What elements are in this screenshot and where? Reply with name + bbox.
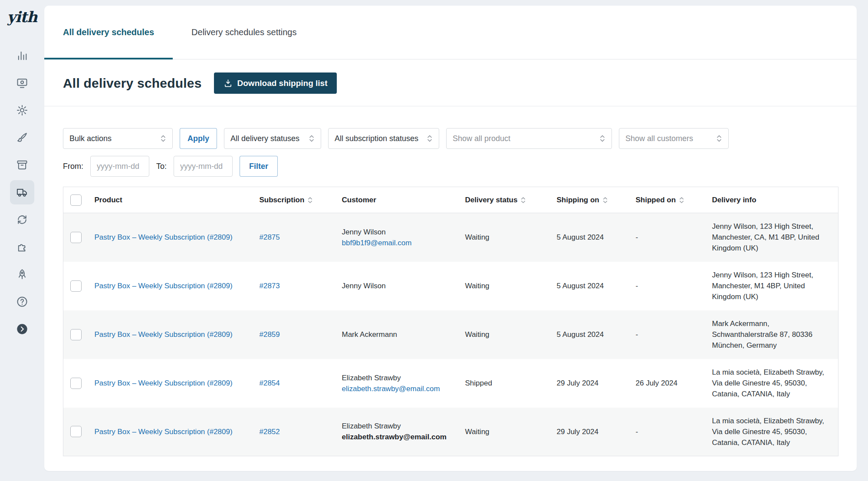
download-button-label: Download shipping list <box>237 79 328 88</box>
sort-delivery-status-button[interactable]: Delivery status <box>465 195 526 205</box>
product-link[interactable]: Pastry Box – Weekly Subscription (#2809) <box>95 330 233 339</box>
bulk-actions-select[interactable]: Bulk actions <box>63 128 173 149</box>
delivery-info: La mia società, Elizabeth Strawby, Via d… <box>705 359 838 408</box>
table-row: Pastry Box – Weekly Subscription (#2809)… <box>63 408 838 456</box>
brush-icon <box>16 132 28 144</box>
select-stepper-icon <box>599 134 605 143</box>
sidebar-item-payments[interactable] <box>10 71 34 95</box>
table-row: Pastry Box – Weekly Subscription (#2809)… <box>63 213 838 262</box>
shipped-on-date: - <box>629 408 705 456</box>
column-header-customer: Customer <box>335 187 458 213</box>
sort-shipping-on-button[interactable]: Shipping on <box>557 195 608 205</box>
customer-name: Elizabeth Strawby <box>342 372 451 383</box>
sidebar-item-performance[interactable] <box>10 262 34 287</box>
delivery-statuses-select[interactable]: All delivery statuses <box>224 128 321 149</box>
sidebar-item-addons[interactable] <box>10 235 34 259</box>
question-icon <box>16 296 28 308</box>
refresh-icon <box>16 214 28 226</box>
delivery-info: La mia società, Elizabeth Strawby, Via d… <box>705 408 838 456</box>
sidebar-item-delivery-schedules[interactable] <box>10 180 34 204</box>
apply-button[interactable]: Apply <box>180 128 217 149</box>
filter-row-primary: Bulk actions Apply All delivery statuses… <box>63 128 838 149</box>
arrow-circle-icon <box>16 323 28 335</box>
sidebar-nav <box>10 43 34 344</box>
customer-name: Mark Ackermann <box>342 329 451 340</box>
tab-bar: All delivery schedules Delivery schedule… <box>44 6 857 59</box>
date-to-input[interactable] <box>174 156 233 177</box>
sort-subscription-button[interactable]: Subscription <box>260 195 313 205</box>
truck-icon <box>16 186 28 198</box>
tab-all-delivery-schedules[interactable]: All delivery schedules <box>44 6 173 59</box>
delivery-status: Shipped <box>458 359 550 408</box>
customer-name: Jenny Wilson <box>342 227 451 237</box>
row-checkbox[interactable] <box>70 329 82 340</box>
monitor-coin-icon <box>16 77 28 89</box>
sort-shipped-on-button[interactable]: Shipped on <box>636 195 685 205</box>
subscription-link[interactable]: #2854 <box>260 379 280 387</box>
delivery-info: Jenny Wilson, 123 High Street, Mancheste… <box>705 262 838 310</box>
sidebar-item-settings[interactable] <box>10 98 34 122</box>
product-link[interactable]: Pastry Box – Weekly Subscription (#2809) <box>95 379 233 387</box>
customer-filter-select[interactable]: Show all customers <box>619 128 729 149</box>
bulk-actions-value: Bulk actions <box>69 134 112 143</box>
customer-email-link[interactable]: bbf9b1f9@email.com <box>342 239 412 247</box>
delivery-status: Waiting <box>458 310 550 359</box>
subscription-link[interactable]: #2852 <box>260 428 280 436</box>
schedules-table: Product Subscription Customer Delivery s… <box>63 187 838 456</box>
delivery-status: Waiting <box>458 262 550 310</box>
sidebar-item-expand[interactable] <box>10 317 34 341</box>
subscription-statuses-select[interactable]: All subscription statuses <box>328 128 439 149</box>
shipping-on-date: 29 July 2024 <box>550 408 629 456</box>
delivery-statuses-value: All delivery statuses <box>230 134 299 143</box>
sidebar-item-analytics[interactable] <box>10 43 34 68</box>
product-link[interactable]: Pastry Box – Weekly Subscription (#2809) <box>95 282 233 290</box>
download-icon <box>224 79 233 88</box>
product-filter-select[interactable]: Show all product <box>446 128 612 149</box>
shipped-on-date: - <box>629 213 705 262</box>
subscription-statuses-value: All subscription statuses <box>335 134 418 143</box>
row-checkbox[interactable] <box>70 232 82 243</box>
sort-icon <box>679 195 684 205</box>
select-stepper-icon <box>716 134 722 143</box>
sort-icon <box>307 195 313 205</box>
table-header-row: Product Subscription Customer Delivery s… <box>63 187 838 213</box>
row-checkbox[interactable] <box>70 280 82 292</box>
date-from-input[interactable] <box>90 156 149 177</box>
sort-icon <box>520 195 526 205</box>
subscription-link[interactable]: #2873 <box>260 282 280 290</box>
customer-email-link[interactable]: elizabeth.strawby@email.com <box>342 432 447 442</box>
delivery-info: Mark Ackermann, Schwanthalerstraße 87, 8… <box>705 310 838 359</box>
row-checkbox[interactable] <box>70 378 82 389</box>
subscription-link[interactable]: #2859 <box>260 330 280 339</box>
main-panel: All delivery schedules Delivery schedule… <box>44 6 857 471</box>
row-checkbox[interactable] <box>70 426 82 437</box>
column-header-subscription: Subscription <box>253 187 335 213</box>
filters-section: Bulk actions Apply All delivery statuses… <box>44 106 857 177</box>
column-header-shipped-on: Shipped on <box>629 187 705 213</box>
filter-button[interactable]: Filter <box>240 156 278 177</box>
select-all-checkbox[interactable] <box>70 194 82 206</box>
product-link[interactable]: Pastry Box – Weekly Subscription (#2809) <box>95 233 233 241</box>
column-header-delivery-status: Delivery status <box>458 187 550 213</box>
subscription-link[interactable]: #2875 <box>260 233 280 241</box>
delivery-status: Waiting <box>458 213 550 262</box>
page-header: All delivery schedules Download shipping… <box>44 59 857 106</box>
filter-row-dates: From: To: Filter <box>63 156 838 177</box>
select-stepper-icon <box>309 134 315 143</box>
shipping-on-date: 5 August 2024 <box>550 262 629 310</box>
customer-email-link[interactable]: elizabeth.strawby@email.com <box>342 385 440 393</box>
shipping-on-date: 5 August 2024 <box>550 213 629 262</box>
sidebar-item-customization[interactable] <box>10 125 34 150</box>
schedules-table-wrap: Product Subscription Customer Delivery s… <box>63 187 838 456</box>
sidebar-item-help[interactable] <box>10 290 34 314</box>
sidebar-item-subscriptions[interactable] <box>10 208 34 232</box>
product-link[interactable]: Pastry Box – Weekly Subscription (#2809) <box>95 428 233 436</box>
tab-delivery-schedules-settings[interactable]: Delivery schedules settings <box>173 6 315 59</box>
from-label: From: <box>63 162 83 171</box>
delivery-status: Waiting <box>458 408 550 456</box>
select-stepper-icon <box>427 134 433 143</box>
sidebar-item-orders[interactable] <box>10 153 34 177</box>
download-shipping-list-button[interactable]: Download shipping list <box>214 72 337 94</box>
customer-name: Elizabeth Strawby <box>342 421 451 432</box>
yith-logo[interactable]: yith <box>7 10 37 24</box>
